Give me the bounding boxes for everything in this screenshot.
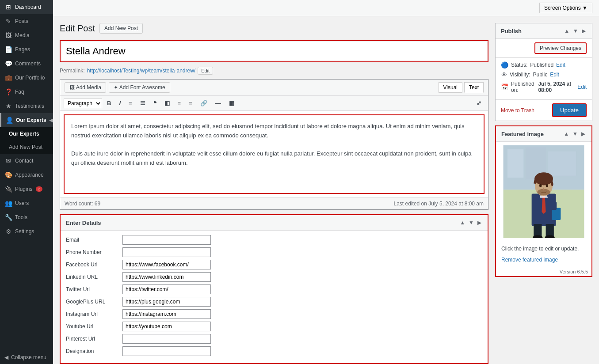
sidebar-item-tools[interactable]: 🔧 Tools [0, 210, 53, 224]
sidebar-item-pages[interactable]: 📄 Pages [0, 42, 53, 57]
collapse-menu-button[interactable]: ◀ Collapse menu [0, 351, 53, 364]
svg-point-12 [539, 184, 542, 187]
preview-changes-button[interactable]: Preview Changes [534, 42, 587, 54]
publish-preview-area: Preview Changes [496, 39, 592, 58]
phone-input[interactable] [122, 247, 211, 257]
paragraph-select[interactable]: Paragraph [64, 99, 102, 108]
italic-button[interactable]: I [116, 98, 124, 108]
facebook-input[interactable] [122, 260, 211, 269]
insert-link-button[interactable]: 🔗 [197, 98, 210, 108]
enter-details-collapse-btn[interactable]: ▼ [468, 219, 475, 227]
sidebar-item-plugins[interactable]: 🔌 Plugins 3 [0, 182, 53, 196]
phone-label: Phone Number [66, 249, 119, 255]
bold-button[interactable]: B [104, 98, 114, 108]
designation-input[interactable] [122, 346, 211, 356]
sidebar-item-dashboard[interactable]: ⊞ Dashboard [0, 0, 53, 14]
sidebar-submenu-add-new-post[interactable]: Add New Post [0, 140, 53, 154]
publish-close[interactable]: ▶ [581, 27, 587, 35]
enter-details-expand-btn[interactable]: ▲ [459, 219, 466, 227]
permalink-edit-button[interactable]: Edit [198, 67, 213, 75]
blockquote-button[interactable]: ❝ [150, 98, 160, 108]
update-button[interactable]: Update [552, 103, 587, 117]
sidebar-item-users[interactable]: 👥 Users [0, 196, 53, 210]
designation-label: Designation [66, 348, 119, 354]
sidebar-item-settings[interactable]: ⚙ Settings [0, 224, 53, 239]
faq-icon: ❓ [4, 88, 12, 95]
publish-status-row: 🔵 Status: Published Edit [501, 61, 587, 68]
youtube-label: Youtube Url [66, 323, 119, 330]
align-center-button[interactable]: ≡ [175, 98, 184, 108]
linkedin-label: Linkedin URL [66, 274, 119, 280]
sidebar-item-portfolio[interactable]: 💼 Our Portfolio [0, 71, 53, 85]
plugins-badge: 3 [36, 186, 42, 192]
published-edit-link[interactable]: Edit [577, 84, 587, 90]
sidebar-item-appearance[interactable]: 🎨 Appearance [0, 168, 53, 182]
sidebar-item-our-experts[interactable]: 👤 Our Experts ◀ [0, 113, 53, 127]
unordered-list-button[interactable]: ≡ [126, 98, 135, 108]
svg-point-13 [546, 184, 548, 187]
permalink-label: Permalink: [60, 68, 85, 74]
sidebar-item-testimonials[interactable]: ★ Testimonials [0, 99, 53, 113]
insert-more-button[interactable]: — [212, 98, 224, 108]
align-left-button[interactable]: ◧ [161, 98, 173, 108]
fullscreen-button[interactable]: ⤢ [473, 98, 485, 108]
screen-options-button[interactable]: Screen Options ▼ [539, 3, 592, 13]
sidebar-item-posts[interactable]: ✎ Posts [0, 14, 53, 28]
calendar-icon: 📅 [501, 83, 508, 91]
publish-collapse-up[interactable]: ▲ [563, 27, 570, 35]
instagram-label: Instagram Url [66, 311, 119, 317]
sidebar-item-media[interactable]: 🖼 Media [0, 28, 53, 42]
sidebar-item-comments[interactable]: 💬 Comments [0, 57, 53, 71]
svg-rect-19 [551, 202, 557, 210]
comments-icon: 💬 [4, 60, 12, 67]
add-media-button[interactable]: 🖼 Add Media [65, 82, 106, 93]
add-new-post-button[interactable]: Add New Post [99, 23, 143, 34]
visibility-icon: 👁 [501, 71, 507, 78]
tab-text[interactable]: Text [464, 82, 484, 93]
ordered-list-button[interactable]: ☰ [137, 98, 149, 108]
table-button[interactable]: ▦ [226, 98, 237, 108]
featured-collapse-down[interactable]: ▼ [572, 130, 579, 138]
screen-options-bar: Screen Options ▼ [53, 0, 599, 16]
publish-controls: ▲ ▼ ▶ [563, 27, 587, 35]
featured-collapse-up[interactable]: ▲ [563, 130, 570, 138]
move-trash-link[interactable]: Move to Trash [501, 107, 534, 114]
youtube-input[interactable] [122, 322, 211, 331]
tab-visual[interactable]: Visual [439, 82, 462, 93]
remove-featured-image-link[interactable]: Remove featured image [501, 257, 558, 263]
contact-icon: ✉ [4, 157, 12, 164]
featured-image-container[interactable] [496, 142, 591, 243]
align-right-button[interactable]: ≡ [186, 98, 195, 108]
visibility-edit-link[interactable]: Edit [550, 72, 559, 78]
featured-image-controls: ▲ ▼ ▶ [563, 130, 586, 138]
enter-details-content: Email Phone Number Facebook Url Linkedin… [61, 231, 488, 363]
our-experts-submenu: Our Experts Add New Post [0, 127, 53, 154]
pinterest-input[interactable] [122, 334, 211, 344]
instagram-input[interactable] [122, 309, 211, 319]
sidebar-item-faq[interactable]: ❓ Faq [0, 85, 53, 99]
editor-body[interactable]: Lorem ipsum dolor sit amet, consectetur … [64, 114, 485, 194]
page-title: Edit Post [60, 23, 95, 34]
add-font-awesome-button[interactable]: ✦ Add Font Awesome [109, 82, 170, 93]
meta-row-instagram: Instagram Url [66, 309, 482, 319]
font-awesome-icon: ✦ [114, 84, 118, 91]
word-count: Word count: 69 [65, 201, 100, 207]
googleplus-label: GooglePlus URL [66, 299, 119, 305]
sidebar-item-contact[interactable]: ✉ Contact [0, 154, 53, 168]
publish-collapse-down[interactable]: ▼ [572, 27, 579, 35]
permalink-link[interactable]: http://localhost/Testing/wp/team/stella-… [87, 68, 195, 74]
sidebar-submenu-our-experts[interactable]: Our Experts [0, 127, 53, 140]
twitter-input[interactable] [122, 284, 211, 294]
status-label: Status: [511, 62, 527, 68]
publish-title: Publish [501, 28, 522, 34]
googleplus-input[interactable] [122, 297, 211, 307]
enter-details-close-btn[interactable]: ▶ [477, 219, 482, 227]
publish-date-row: 📅 Published on: Jul 5, 2024 at 08:00 Edi… [501, 81, 587, 93]
linkedin-input[interactable] [122, 272, 211, 282]
email-input[interactable] [122, 235, 211, 245]
last-edited: Last edited on July 5, 2024 at 8:00 am [394, 201, 484, 207]
featured-close[interactable]: ▶ [580, 130, 586, 138]
page-header: Edit Post Add New Post [60, 23, 488, 34]
post-title-input[interactable] [61, 42, 487, 61]
status-edit-link[interactable]: Edit [556, 62, 565, 68]
